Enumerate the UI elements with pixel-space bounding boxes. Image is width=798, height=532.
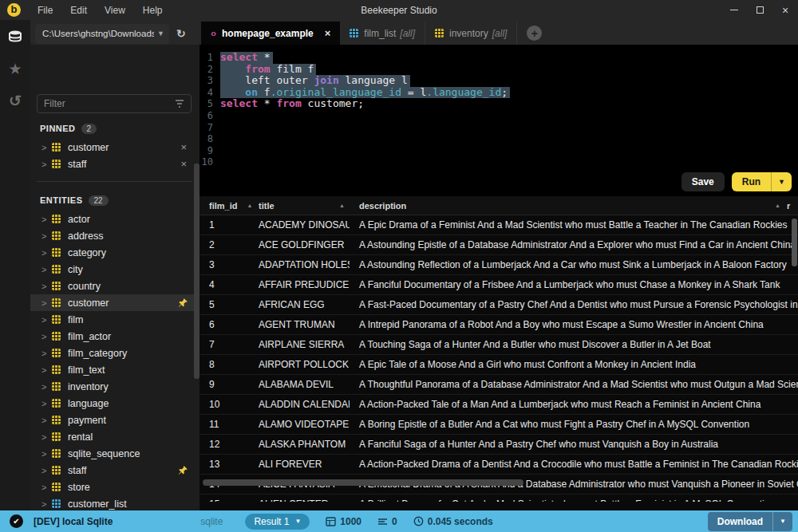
sidebar-item-category[interactable]: >category xyxy=(30,244,200,261)
cell-film_id[interactable]: 1 xyxy=(200,219,249,231)
menu-help[interactable]: Help xyxy=(136,3,170,18)
table-row[interactable]: 12ALASKA PHANTOMA Fanciful Saga of a Hun… xyxy=(200,435,798,455)
column-header-partial[interactable]: r xyxy=(785,196,798,215)
cell-film_id[interactable]: 5 xyxy=(200,299,249,310)
save-button[interactable]: Save xyxy=(681,172,725,191)
new-tab-button[interactable]: + xyxy=(527,26,542,41)
cell-film_id[interactable]: 10 xyxy=(200,399,249,410)
table-row[interactable]: 3ADAPTATION HOLESA Astounding Reflection… xyxy=(200,255,798,275)
sidebar-item-inventory[interactable]: >inventory xyxy=(30,378,200,395)
cell-title[interactable]: ALAMO VIDEOTAPE xyxy=(249,419,350,430)
menu-edit[interactable]: Edit xyxy=(63,3,94,18)
expand-chevron-icon[interactable]: > xyxy=(41,466,52,475)
cell-description[interactable]: A Astounding Reflection of a Lumberjack … xyxy=(350,259,798,270)
cell-description[interactable]: A Action-Packed Drama of a Dentist And a… xyxy=(350,459,798,470)
sidebar-item-film_actor[interactable]: >film_actor xyxy=(30,328,200,345)
column-header-film_id[interactable]: film_id▲ xyxy=(200,196,249,215)
expand-chevron-icon[interactable]: > xyxy=(41,432,52,442)
expand-chevron-icon[interactable]: > xyxy=(41,248,52,258)
expand-chevron-icon[interactable]: > xyxy=(41,231,52,241)
expand-chevron-icon[interactable]: > xyxy=(41,143,52,152)
cell-description[interactable]: A Fast-Paced Documentary of a Pastry Che… xyxy=(350,299,798,310)
horizontal-scrollbar[interactable] xyxy=(203,479,523,486)
cell-description[interactable]: A Boring Epistle of a Butler And a Cat w… xyxy=(350,419,798,430)
sidebar-item-sqlite_sequence[interactable]: >sqlite_sequence xyxy=(30,445,200,462)
expand-chevron-icon[interactable]: > xyxy=(41,365,52,375)
expand-chevron-icon[interactable]: > xyxy=(41,382,52,392)
table-row[interactable]: 10ALADDIN CALENDARA Action-Packed Tale o… xyxy=(200,395,798,415)
tab-close-icon[interactable]: × xyxy=(325,27,331,39)
cell-film_id[interactable]: 4 xyxy=(200,279,249,290)
database-selector[interactable]: C:\Users\ghstng\Downloads ▼ xyxy=(35,24,169,44)
sidebar-item-staff[interactable]: >staff xyxy=(30,462,200,479)
cell-description[interactable]: A Intrepid Panorama of a Robot And a Boy… xyxy=(350,319,798,330)
menu-file[interactable]: File xyxy=(30,3,60,18)
cell-title[interactable]: ADAPTATION HOLES xyxy=(249,259,350,270)
expand-chevron-icon[interactable]: > xyxy=(41,416,52,425)
sql-editor[interactable]: 1select *2 from film f3 left outer join … xyxy=(200,45,798,196)
cell-film_id[interactable]: 12 xyxy=(200,439,249,450)
minimize-button[interactable] xyxy=(721,0,747,20)
sidebar-item-customer[interactable]: >customer× xyxy=(30,139,200,156)
table-row[interactable]: 4AFFAIR PREJUDICEA Fanciful Documentary … xyxy=(200,275,798,295)
sidebar-item-country[interactable]: >country xyxy=(30,278,200,294)
cell-film_id[interactable]: 8 xyxy=(200,359,249,370)
table-row[interactable]: 1ACADEMY DINOSAURA Epic Drama of a Femin… xyxy=(200,215,798,235)
expand-chevron-icon[interactable]: > xyxy=(41,332,52,341)
tab-inventory[interactable]: inventory[all] xyxy=(425,22,517,45)
expand-chevron-icon[interactable]: > xyxy=(41,265,52,274)
expand-chevron-icon[interactable]: > xyxy=(41,399,52,408)
cell-description[interactable]: A Brilliant Drama of a Cat And a Mad Sci… xyxy=(350,499,798,502)
tab-homepage_example[interactable]: ‹›homepage_example× xyxy=(201,22,340,45)
table-row[interactable]: 9ALABAMA DEVILA Thoughtful Panorama of a… xyxy=(200,375,798,395)
expand-chevron-icon[interactable]: > xyxy=(41,298,52,308)
cell-title[interactable]: ACE GOLDFINGER xyxy=(249,239,350,250)
sidebar-scrollbar[interactable] xyxy=(194,164,200,379)
run-dropdown-caret[interactable]: ▼ xyxy=(772,172,792,191)
cell-description[interactable]: A Astounding Epistle of a Database Admin… xyxy=(350,239,798,250)
database-tab-icon[interactable] xyxy=(6,28,24,45)
sort-icon[interactable]: ▲ xyxy=(339,203,345,208)
cell-description[interactable]: A Epic Tale of a Moose And a Girl who mu… xyxy=(350,359,798,370)
unpin-close-icon[interactable]: × xyxy=(174,141,193,153)
cell-title[interactable]: AGENT TRUMAN xyxy=(249,319,350,330)
column-header-title[interactable]: title▲ xyxy=(249,196,350,215)
table-row[interactable]: 2ACE GOLDFINGERA Astounding Epistle of a… xyxy=(200,235,798,255)
expand-chevron-icon[interactable]: > xyxy=(41,160,52,169)
sidebar-item-store[interactable]: >store xyxy=(30,479,200,495)
cell-film_id[interactable]: 11 xyxy=(200,419,249,430)
expand-chevron-icon[interactable]: > xyxy=(41,499,52,509)
sidebar-item-staff[interactable]: >staff× xyxy=(30,156,200,172)
cell-film_id[interactable]: 13 xyxy=(200,459,249,470)
expand-chevron-icon[interactable]: > xyxy=(41,349,52,358)
cell-description[interactable]: A Touching Saga of a Hunter And a Butler… xyxy=(350,339,798,350)
close-button[interactable]: × xyxy=(772,0,798,20)
sidebar-item-film_category[interactable]: >film_category xyxy=(30,345,200,361)
cell-film_id[interactable]: 3 xyxy=(200,259,249,270)
cell-film_id[interactable]: 2 xyxy=(200,239,249,250)
unpin-close-icon[interactable]: × xyxy=(174,158,193,170)
refresh-icon[interactable]: ↻ xyxy=(176,27,186,40)
table-row[interactable]: 7AIRPLANE SIERRAA Touching Saga of a Hun… xyxy=(200,335,798,355)
table-row[interactable]: 8AIRPORT POLLOCKA Epic Tale of a Moose A… xyxy=(200,355,798,375)
cell-description[interactable]: A Epic Drama of a Feminist And a Mad Sci… xyxy=(350,219,798,231)
sidebar-item-language[interactable]: >language xyxy=(30,395,200,412)
cell-film_id[interactable]: 7 xyxy=(200,339,249,350)
sidebar-item-city[interactable]: >city xyxy=(30,261,200,278)
sidebar-item-customer[interactable]: >customer xyxy=(30,294,200,311)
cell-film_id[interactable]: 9 xyxy=(200,379,249,390)
run-button-label[interactable]: Run xyxy=(732,172,772,191)
cell-description[interactable]: A Fanciful Saga of a Hunter And a Pastry… xyxy=(350,439,798,450)
pin-icon[interactable] xyxy=(178,465,188,475)
table-row[interactable]: 6AGENT TRUMANA Intrepid Panorama of a Ro… xyxy=(200,315,798,335)
expand-chevron-icon[interactable]: > xyxy=(41,449,52,459)
cell-description[interactable]: A Action-Packed Tale of a Man And a Lumb… xyxy=(350,399,798,410)
download-dropdown-caret[interactable]: ▼ xyxy=(773,512,792,531)
history-icon[interactable]: ↺ xyxy=(6,92,24,109)
sidebar-item-payment[interactable]: >payment xyxy=(30,412,200,428)
cell-title[interactable]: ACADEMY DINOSAUR xyxy=(249,219,350,231)
sidebar-item-rental[interactable]: >rental xyxy=(30,428,200,445)
sort-icon[interactable]: ▲ xyxy=(775,203,780,208)
cell-film_id[interactable]: 15 xyxy=(200,499,249,502)
table-row[interactable]: 15ALIEN CENTERA Brilliant Drama of a Cat… xyxy=(200,495,798,502)
